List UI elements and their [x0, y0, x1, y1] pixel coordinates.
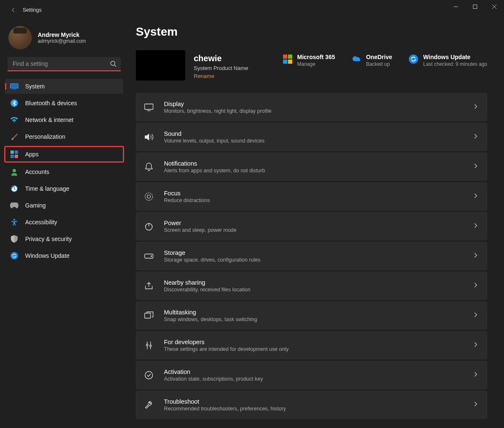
svg-rect-8 — [10, 155, 14, 158]
wifi-icon — [10, 116, 18, 124]
card-activation[interactable]: ActivationActivation state, subscription… — [136, 361, 487, 389]
card-title: Notifications — [164, 160, 473, 167]
svg-point-25 — [145, 371, 153, 379]
card-title: Sound — [164, 130, 473, 137]
device-name: chewie — [194, 54, 269, 63]
card-sub: Activation state, subscriptions, product… — [164, 376, 473, 382]
multitask-icon — [144, 311, 154, 321]
chevron-right-icon — [473, 104, 478, 111]
user-block[interactable]: Andrew Myrick admyrick@gmail.com — [5, 23, 123, 55]
focus-icon — [144, 192, 154, 202]
card-title: Focus — [164, 190, 473, 197]
card-display[interactable]: DisplayMonitors, brightness, night light… — [136, 93, 487, 121]
card-title: Power — [164, 220, 473, 226]
svg-point-18 — [147, 195, 151, 198]
search-input[interactable] — [8, 57, 121, 71]
apps-icon — [10, 150, 18, 158]
status-sub: Backed up — [366, 61, 392, 67]
chevron-right-icon — [473, 252, 478, 260]
sidebar-item-privacy[interactable]: Privacy & security — [5, 231, 123, 246]
sidebar-item-apps[interactable]: Apps — [5, 147, 123, 162]
sidebar-item-update[interactable]: Windows Update — [5, 248, 123, 263]
device-info: chewie System Product Name Rename — [194, 50, 269, 79]
minimize-button[interactable] — [446, 0, 465, 13]
chevron-right-icon — [473, 312, 478, 319]
status-sub: Manage — [297, 61, 335, 67]
svg-point-14 — [10, 252, 18, 259]
status-title: Windows Update — [423, 54, 487, 60]
sidebar-item-time[interactable]: Time & language — [5, 181, 123, 196]
card-notifications[interactable]: NotificationsAlerts from apps and system… — [136, 153, 487, 181]
svg-point-24 — [150, 345, 151, 347]
sidebar-item-label: Bluetooth & devices — [25, 100, 77, 106]
svg-point-21 — [151, 256, 152, 257]
page-title: System — [136, 25, 487, 39]
check-icon — [144, 370, 154, 380]
sidebar-item-label: Time & language — [25, 185, 69, 192]
close-button[interactable] — [485, 0, 504, 13]
svg-rect-3 — [10, 84, 18, 88]
sidebar-item-label: Personalization — [25, 133, 65, 140]
sidebar-item-label: Network & internet — [25, 117, 73, 123]
titlebar: Settings — [0, 0, 504, 20]
card-sub: Recommended troubleshooters, preferences… — [164, 406, 473, 412]
card-power[interactable]: PowerScreen and sleep, power mode — [136, 212, 487, 240]
sidebar-item-label: Privacy & security — [25, 236, 72, 242]
nav: System Bluetooth & devices Network & int… — [5, 79, 123, 263]
card-title: Storage — [164, 249, 473, 256]
status-onedrive[interactable]: OneDrive Backed up — [352, 54, 392, 67]
window-title: Settings — [23, 7, 42, 13]
bluetooth-icon — [10, 99, 18, 107]
svg-rect-22 — [145, 313, 151, 318]
person-icon — [10, 168, 18, 176]
card-nearby[interactable]: Nearby sharingDiscoverability, received … — [136, 272, 487, 300]
sidebar-item-bluetooth[interactable]: Bluetooth & devices — [5, 96, 123, 111]
chevron-right-icon — [473, 163, 478, 171]
card-sub: Volume levels, output, input, sound devi… — [164, 138, 473, 144]
status-title: Microsoft 365 — [297, 54, 335, 60]
sidebar-item-network[interactable]: Network & internet — [5, 112, 123, 127]
brush-icon — [10, 132, 18, 141]
sidebar-item-personalization[interactable]: Personalization — [5, 129, 123, 144]
card-sub: Discoverability, received files location — [164, 287, 473, 293]
bell-icon — [144, 162, 154, 172]
card-storage[interactable]: StorageStorage space, drives, configurat… — [136, 242, 487, 270]
chevron-right-icon — [473, 342, 478, 349]
sidebar-item-label: Apps — [25, 151, 39, 158]
sidebar-item-accounts[interactable]: Accounts — [5, 164, 123, 179]
svg-rect-16 — [145, 104, 153, 109]
chevron-right-icon — [473, 371, 478, 379]
card-title: For developers — [164, 339, 473, 345]
chevron-right-icon — [473, 282, 478, 290]
svg-rect-4 — [13, 89, 16, 90]
svg-point-17 — [145, 193, 153, 200]
rename-link[interactable]: Rename — [194, 73, 269, 79]
maximize-button[interactable] — [465, 0, 485, 13]
share-icon — [144, 281, 154, 291]
chevron-right-icon — [473, 193, 478, 200]
status-update[interactable]: Windows Update Last checked: 9 minutes a… — [409, 54, 487, 67]
back-button[interactable] — [5, 2, 22, 18]
sidebar: Andrew Myrick admyrick@gmail.com System … — [0, 20, 128, 428]
status-m365[interactable]: Microsoft 365 Manage — [283, 54, 335, 67]
shield-icon — [10, 235, 18, 243]
card-title: Display — [164, 101, 473, 107]
card-troubleshoot[interactable]: TroubleshootRecommended troubleshooters,… — [136, 391, 487, 419]
status-sub: Last checked: 9 minutes ago — [423, 61, 487, 67]
card-developers[interactable]: For developersThese settings are intende… — [136, 331, 487, 359]
svg-point-13 — [13, 219, 15, 220]
device-image — [136, 50, 185, 80]
card-sound[interactable]: SoundVolume levels, output, input, sound… — [136, 123, 487, 151]
display-icon — [144, 102, 154, 112]
svg-point-23 — [146, 344, 148, 346]
device-product: System Product Name — [194, 65, 269, 71]
sidebar-item-accessibility[interactable]: Accessibility — [5, 215, 123, 230]
sidebar-item-gaming[interactable]: Gaming — [5, 198, 123, 213]
sidebar-item-label: Accounts — [25, 169, 49, 175]
card-focus[interactable]: FocusReduce distractions — [136, 182, 487, 210]
search-icon — [110, 60, 117, 69]
card-multitasking[interactable]: MultitaskingSnap windows, desktops, task… — [136, 301, 487, 329]
card-sub: Alerts from apps and system, do not dist… — [164, 168, 473, 174]
sidebar-item-system[interactable]: System — [5, 79, 123, 94]
sidebar-item-label: Gaming — [25, 202, 46, 209]
